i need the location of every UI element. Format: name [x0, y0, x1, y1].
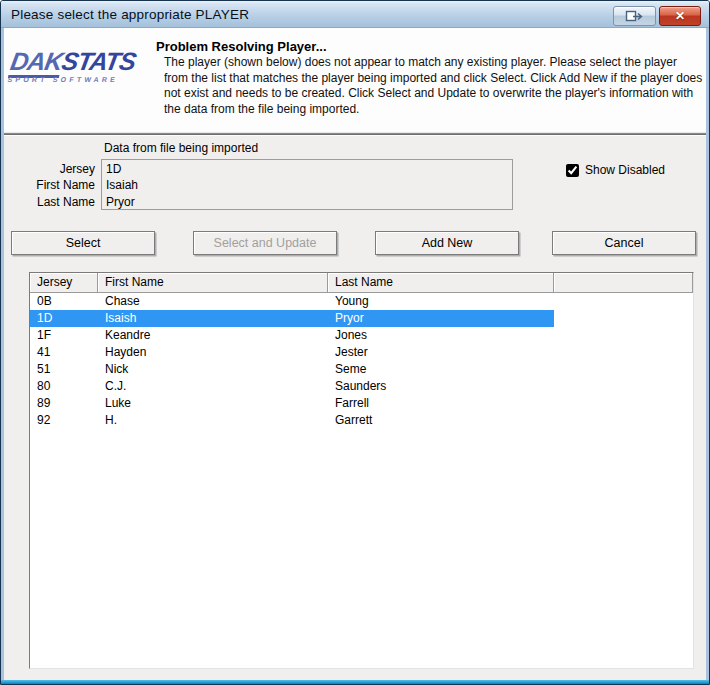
show-disabled-checkbox[interactable] — [566, 164, 579, 177]
imported-data-box: 1D Isaiah Pryor — [101, 159, 513, 210]
player-list[interactable]: Jersey First Name Last Name 0B Chase You… — [29, 272, 694, 669]
cell-first-name: Luke — [98, 395, 328, 412]
cell-first-name: Hayden — [98, 344, 328, 361]
logo-tagline: SPORT SOFTWARE — [7, 76, 153, 83]
cell-first-name: H. — [98, 412, 328, 429]
cell-jersey: 1D — [30, 310, 98, 327]
action-button-row: Select Select and Update Add New Cancel — [4, 231, 708, 257]
window-frame-right — [706, 28, 709, 684]
add-new-button[interactable]: Add New — [375, 231, 519, 255]
last-name-label: Last Name — [4, 194, 95, 210]
player-row[interactable]: 92 H. Garrett — [30, 412, 693, 429]
cell-last-name: Young — [328, 293, 554, 310]
dialog-window: Please select the appropriate PLAYER ✕ D… — [0, 0, 710, 685]
cell-last-name: Farrell — [328, 395, 554, 412]
cell-last-name: Garrett — [328, 412, 554, 429]
player-row[interactable]: 1F Keandre Jones — [30, 327, 693, 344]
cell-empty — [554, 412, 693, 429]
column-header-last-name[interactable]: Last Name — [328, 273, 554, 293]
window-frame-left — [1, 28, 4, 684]
cell-empty — [554, 344, 693, 361]
cell-last-name: Pryor — [328, 310, 554, 327]
section-divider — [1, 133, 710, 136]
player-row[interactable]: 41 Hayden Jester — [30, 344, 693, 361]
show-disabled-label: Show Disabled — [585, 163, 665, 177]
player-list-header: Jersey First Name Last Name — [30, 273, 693, 293]
select-button[interactable]: Select — [11, 231, 155, 255]
column-header-first-name[interactable]: First Name — [98, 273, 328, 293]
dialog-description: The player (shown below) does not appear… — [164, 55, 704, 117]
import-field-labels: Jersey First Name Last Name — [4, 161, 95, 210]
logo-word-dak: DAK — [8, 47, 65, 78]
first-name-label: First Name — [4, 177, 95, 193]
cell-first-name: Chase — [98, 293, 328, 310]
window-title: Please select the appropriate PLAYER — [1, 7, 249, 22]
header-panel: DAKSTATS SPORT SOFTWARE Problem Resolvin… — [4, 28, 708, 133]
cell-jersey: 89 — [30, 395, 98, 412]
dialog-heading: Problem Resolving Player... — [156, 39, 327, 54]
select-and-update-button[interactable]: Select and Update — [193, 231, 337, 255]
close-icon: ✕ — [675, 9, 685, 23]
dakstats-logo: DAKSTATS SPORT SOFTWARE — [7, 49, 158, 83]
cell-empty — [554, 378, 693, 395]
restore-button[interactable] — [613, 6, 656, 26]
logo-word-stats: STATS — [60, 47, 138, 75]
cell-jersey: 92 — [30, 412, 98, 429]
cell-last-name: Saunders — [328, 378, 554, 395]
cell-first-name: C.J. — [98, 378, 328, 395]
player-row[interactable]: 80 C.J. Saunders — [30, 378, 693, 395]
window-frame-bottom — [1, 680, 709, 684]
cell-empty — [554, 361, 693, 378]
cell-jersey: 1F — [30, 327, 98, 344]
cell-last-name: Jones — [328, 327, 554, 344]
close-button[interactable]: ✕ — [659, 6, 701, 26]
player-row[interactable]: 89 Luke Farrell — [30, 395, 693, 412]
cell-jersey: 0B — [30, 293, 98, 310]
import-caption: Data from file being imported — [104, 141, 258, 155]
cell-empty — [554, 293, 693, 310]
cell-first-name: Keandre — [98, 327, 328, 344]
cell-jersey: 80 — [30, 378, 98, 395]
cell-last-name: Seme — [328, 361, 554, 378]
titlebar[interactable]: Please select the appropriate PLAYER ✕ — [1, 1, 709, 28]
column-header-jersey[interactable]: Jersey — [30, 273, 98, 293]
cell-jersey: 51 — [30, 361, 98, 378]
cell-empty — [554, 327, 693, 344]
cancel-button[interactable]: Cancel — [552, 231, 696, 255]
logo-wordmark: DAKSTATS — [9, 49, 158, 73]
dialog-body: Data from file being imported Jersey Fir… — [4, 137, 708, 682]
player-row[interactable]: 51 Nick Seme — [30, 361, 693, 378]
jersey-value: 1D — [106, 161, 508, 177]
cell-last-name: Jester — [328, 344, 554, 361]
cell-empty — [554, 310, 693, 327]
restore-icon — [625, 10, 644, 23]
cell-jersey: 41 — [30, 344, 98, 361]
player-row[interactable]: 0B Chase Young — [30, 293, 693, 310]
cell-first-name: Isaish — [98, 310, 328, 327]
player-row-selected[interactable]: 1D Isaish Pryor — [30, 310, 693, 327]
last-name-value: Pryor — [106, 194, 508, 210]
column-header-empty[interactable] — [554, 273, 693, 293]
first-name-value: Isaiah — [106, 177, 508, 193]
jersey-label: Jersey — [4, 161, 95, 177]
cell-first-name: Nick — [98, 361, 328, 378]
show-disabled-option: Show Disabled — [566, 163, 665, 177]
cell-empty — [554, 395, 693, 412]
